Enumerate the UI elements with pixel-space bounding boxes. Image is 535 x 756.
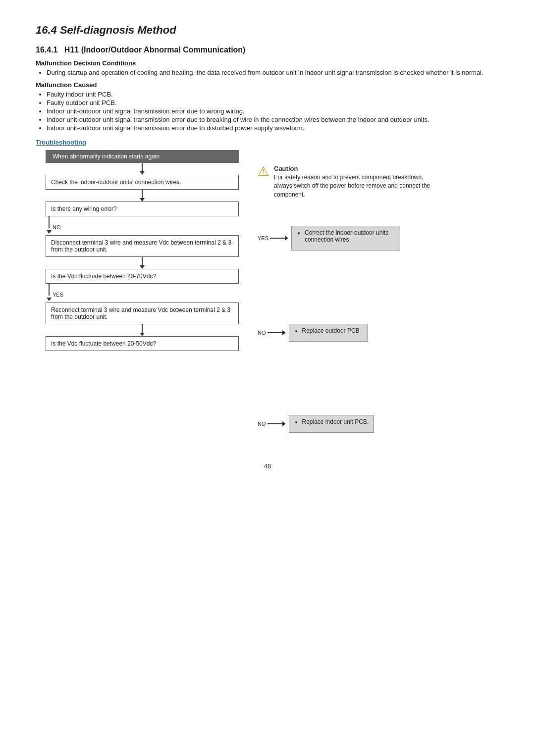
flowchart: When abnormality indication starts again…	[36, 150, 499, 433]
step6-no-row: NO Replace indoor unit PCB.	[258, 415, 374, 433]
malfunction-caused-item-2: Faulty outdoor unit PCB.	[47, 99, 499, 106]
malfunction-caused-label: Malfunction Caused	[36, 81, 499, 89]
step6-no-result-text: Replace indoor unit PCB.	[302, 418, 369, 425]
step2-yes-result-text: Correct the indoor-outdoor units connect…	[305, 229, 395, 243]
step5-box: Reconnect terminal 3 wire and measure Vd…	[46, 302, 239, 324]
malfunction-caused-item-1: Faulty indoor unit PCB.	[47, 91, 499, 98]
step4-no-label: NO	[258, 330, 266, 336]
page-number: 48	[36, 462, 499, 470]
caution-box: ⚠ Caution For safety reason and to preve…	[258, 165, 436, 199]
malfunction-caused-item-4: Indoor unit-outdoor unit signal transmis…	[47, 116, 499, 123]
step6-no-result: Replace indoor unit PCB.	[289, 415, 374, 433]
start-step: When abnormality indication starts again	[36, 150, 249, 163]
caution-text: For safety reason and to prevent compone…	[274, 173, 436, 199]
step2-yes-label: YES	[258, 235, 268, 241]
start-box: When abnormality indication starts again	[46, 150, 239, 163]
step6-box: Is the Vdc fluctuate between 20-50Vdc?	[46, 336, 239, 351]
section-title: H11 (Indoor/Outdoor Abnormal Communicati…	[64, 46, 246, 54]
malfunction-caused-list: Faulty indoor unit PCB. Faulty outdoor u…	[47, 91, 499, 132]
step1-box: Check the indoor-outdoor units' connecti…	[46, 175, 239, 190]
caution-icon: ⚠	[258, 165, 269, 178]
malfunction-caused-item-3: Indoor unit-outdoor unit signal transmis…	[47, 107, 499, 115]
step2-yes-result: Correct the indoor-outdoor units connect…	[291, 226, 400, 251]
step4-no-result: Replace outdoor PCB	[289, 324, 368, 342]
section-heading: 16.4.1 H11 (Indoor/Outdoor Abnormal Comm…	[36, 46, 499, 54]
section-number: 16.4.1	[36, 46, 57, 54]
step4-yes-label: YES	[53, 292, 63, 298]
malfunction-decision-list: During startup and operation of cooling …	[47, 69, 499, 76]
step6-no-label: NO	[258, 421, 266, 427]
page-title: 16.4 Self-diagnosis Method	[36, 24, 499, 37]
malfunction-caused-item-5: Indoor unit-outdoor unit signal transmis…	[47, 124, 499, 132]
step4-no-row: NO Replace outdoor PCB	[258, 324, 368, 342]
malfunction-decision-item-1: During startup and operation of cooling …	[47, 69, 499, 76]
malfunction-decision-label: Malfunction Decision Conditions	[36, 59, 499, 67]
step2-yes-row: YES Correct the indoor-outdoor units con…	[258, 226, 400, 251]
caution-title: Caution	[274, 165, 298, 172]
step2-box: Is there any wiring error?	[46, 202, 239, 216]
step4-no-result-text: Replace outdoor PCB	[302, 327, 363, 334]
step2-no-label: NO	[53, 224, 61, 230]
troubleshooting-label: Troubleshooting	[36, 139, 499, 146]
step4-box: Is the Vdc fluctuate between 20-70Vdc?	[46, 269, 239, 284]
step3-box: Disconnect terminal 3 wire and measure V…	[46, 235, 239, 257]
flow-right: ⚠ Caution For safety reason and to preve…	[258, 150, 499, 433]
flow-left: When abnormality indication starts again…	[36, 150, 249, 351]
